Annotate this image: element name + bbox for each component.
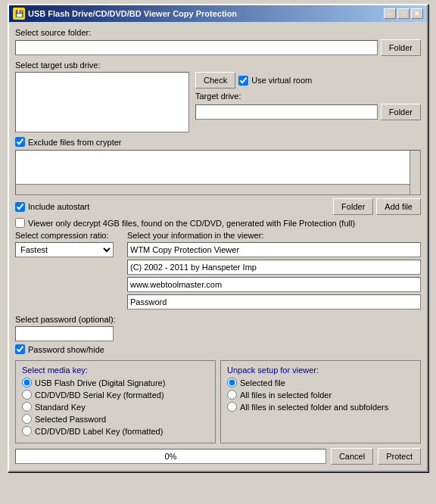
media-key-radio-1[interactable] xyxy=(22,390,32,400)
unpack-setup-panel: Unpack setup for viewer: Selected file A… xyxy=(220,360,421,443)
progress-container: 0% Cancel Protect xyxy=(15,448,421,465)
protect-button[interactable]: Protect xyxy=(378,448,421,465)
password-section: Select password (optional): Password sho… xyxy=(15,315,121,357)
title-bar: 💾 USB Flash Drive/CD/DVD/BD Viewer Copy … xyxy=(9,5,427,22)
autostart-buttons: Folder Add file xyxy=(333,198,421,215)
target-usb-textarea[interactable] xyxy=(15,72,189,132)
password-row: Select password (optional): Password sho… xyxy=(15,315,421,357)
media-key-radio-0[interactable] xyxy=(22,378,32,387)
target-usb-label: Select target usb drive: xyxy=(15,61,421,70)
target-usb-section: Check Use virtual room Target drive: Fol… xyxy=(15,72,421,132)
window-icon: 💾 xyxy=(13,8,25,20)
unpack-option-1: All files in selected folder xyxy=(227,390,414,400)
minimize-button[interactable]: ─ xyxy=(384,8,396,19)
autostart-folder-button[interactable]: Folder xyxy=(333,198,373,215)
media-key-option-4: CD/DVD/BD Label Key (formatted) xyxy=(22,426,209,436)
include-autostart-label: Include autostart xyxy=(28,202,89,211)
media-key-label-4: CD/DVD/BD Label Key (formatted) xyxy=(35,427,163,436)
unpack-radio-2[interactable] xyxy=(227,402,237,412)
unpack-label-2: All files in selected folder and subfold… xyxy=(240,403,388,412)
unpack-option-0: Selected file xyxy=(227,378,414,387)
viewer-info-line4[interactable] xyxy=(127,294,421,310)
compression-label: Select compression ratio: xyxy=(15,231,121,240)
title-bar-left: 💾 USB Flash Drive/CD/DVD/BD Viewer Copy … xyxy=(13,8,237,20)
unpack-radio-1[interactable] xyxy=(227,390,237,400)
usb-right-panel: Check Use virtual room Target drive: Fol… xyxy=(195,72,421,132)
add-file-button[interactable]: Add file xyxy=(376,198,421,215)
exclude-files-checkbox[interactable] xyxy=(15,137,25,147)
check-button[interactable]: Check xyxy=(195,72,235,89)
target-drive-row: Folder xyxy=(195,104,421,120)
media-key-label-3: Selected Password xyxy=(35,415,106,424)
password-input[interactable] xyxy=(15,326,114,341)
exclude-files-label: Exclude files from crypter xyxy=(28,138,121,147)
target-drive-folder-button[interactable]: Folder xyxy=(381,104,421,120)
cancel-button[interactable]: Cancel xyxy=(331,448,373,465)
media-key-label-2: Standard Key xyxy=(35,403,86,412)
media-key-label-1: CD/DVD/BD Serial Key (formatted) xyxy=(35,390,164,400)
exclude-files-row: Exclude files from crypter xyxy=(15,137,421,147)
media-key-panel: Select media key: USB Flash Drive (Digit… xyxy=(15,360,216,443)
media-key-title: Select media key: xyxy=(22,366,209,375)
title-buttons: ─ □ ✕ xyxy=(384,8,423,19)
viewer-only-row: Viewer only decrypt 4GB files, found on … xyxy=(15,218,421,228)
content-area: Select source folder: Folder Select targ… xyxy=(9,22,427,471)
empty-right xyxy=(127,315,421,357)
source-folder-input[interactable] xyxy=(15,40,378,55)
compression-select[interactable]: Fastest Fast Normal Maximum xyxy=(15,242,114,257)
unpack-radio-0[interactable] xyxy=(227,378,237,387)
progress-bar: 0% xyxy=(15,449,326,464)
viewer-only-checkbox[interactable] xyxy=(15,218,25,228)
viewer-info-line3[interactable] xyxy=(127,277,421,292)
media-key-radio-3[interactable] xyxy=(22,414,32,424)
include-autostart-checkbox[interactable] xyxy=(15,202,25,212)
compression-viewer-row: Select compression ratio: Fastest Fast N… xyxy=(15,231,421,312)
viewer-info-line2[interactable] xyxy=(127,260,421,275)
maximize-button[interactable]: □ xyxy=(397,8,410,19)
progress-text: 0% xyxy=(164,452,176,461)
usb-check-row: Check Use virtual room xyxy=(195,72,421,89)
use-virtual-room-label: Use virtual room xyxy=(251,76,312,85)
source-folder-button[interactable]: Folder xyxy=(381,39,421,56)
unpack-label-0: Selected file xyxy=(240,378,285,387)
media-key-radio-2[interactable] xyxy=(22,402,32,412)
viewer-only-label: Viewer only decrypt 4GB files, found on … xyxy=(28,219,355,228)
unpack-setup-title: Unpack setup for viewer: xyxy=(227,366,414,375)
autostart-row: Include autostart Folder Add file xyxy=(15,198,421,215)
media-key-option-2: Standard Key xyxy=(22,402,209,412)
media-key-radio-4[interactable] xyxy=(22,426,32,436)
autostart-files-area[interactable] xyxy=(15,150,421,195)
window-title: USB Flash Drive/CD/DVD/BD Viewer Copy Pr… xyxy=(28,9,237,18)
bottom-panels: Select media key: USB Flash Drive (Digit… xyxy=(15,360,421,443)
main-window: 💾 USB Flash Drive/CD/DVD/BD Viewer Copy … xyxy=(8,4,428,472)
target-drive-input[interactable] xyxy=(195,104,378,120)
unpack-option-2: All files in selected folder and subfold… xyxy=(227,402,414,412)
viewer-info-line1[interactable] xyxy=(127,242,421,257)
vertical-scrollbar[interactable] xyxy=(410,151,420,194)
viewer-info-section: Select your information in the viewer: xyxy=(127,231,421,312)
media-key-label-0: USB Flash Drive (Digital Signature) xyxy=(35,378,165,387)
compression-section: Select compression ratio: Fastest Fast N… xyxy=(15,231,121,312)
viewer-info-label: Select your information in the viewer: xyxy=(127,231,421,240)
use-virtual-room-checkbox[interactable] xyxy=(238,76,248,86)
media-key-option-3: Selected Password xyxy=(22,414,209,424)
horizontal-scrollbar[interactable] xyxy=(16,184,410,194)
target-drive-label: Target drive: xyxy=(195,92,421,101)
media-key-option-0: USB Flash Drive (Digital Signature) xyxy=(22,378,209,387)
password-show-hide-label: Password show/hide xyxy=(28,345,104,354)
close-button[interactable]: ✕ xyxy=(411,8,423,19)
password-show-hide-row: Password show/hide xyxy=(15,344,121,354)
source-folder-row: Folder xyxy=(15,39,421,56)
password-show-hide-checkbox[interactable] xyxy=(15,344,25,354)
password-label: Select password (optional): xyxy=(15,315,121,324)
unpack-label-1: All files in selected folder xyxy=(240,390,332,400)
media-key-option-1: CD/DVD/BD Serial Key (formatted) xyxy=(22,390,209,400)
source-folder-label: Select source folder: xyxy=(15,28,421,37)
